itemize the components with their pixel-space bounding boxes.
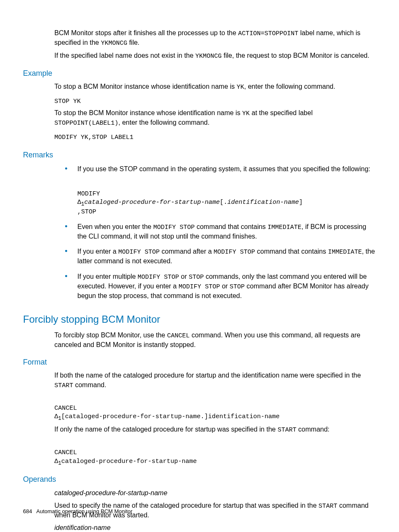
page-footer: 684 Automatic operation using BCM Monito… (23, 508, 133, 515)
format-p2: If only the name of the cataloged proced… (54, 425, 376, 434)
format-code-1: CANCEL Δ1[cataloged-procedure-for-startu… (54, 396, 376, 422)
intro-paragraph-2: If the specified label name does not exi… (54, 51, 376, 61)
format-heading: Format (23, 357, 376, 368)
example-p1: To stop a BCM Monitor instance whose ide… (54, 82, 376, 92)
forcibly-p1: To forcibly stop BCM Monitor, use the CA… (54, 331, 376, 350)
example-code-1: STOP YK (54, 98, 376, 106)
remarks-list: If you use the STOP command in the opera… (65, 164, 376, 301)
remarks-item-1: If you use the STOP command in the opera… (65, 164, 376, 216)
example-code-2: MODIFY YK,STOP LABEL1 (54, 134, 376, 142)
remarks-item-2: Even when you enter the MODIFY STOP comm… (65, 222, 376, 241)
operands-heading: Operands (23, 474, 376, 485)
format-code-2: CANCEL Δ1cataloged-procedure-for-startup… (54, 440, 376, 467)
example-heading: Example (23, 68, 376, 79)
forcibly-heading: Forcibly stopping BCM Monitor (23, 312, 376, 326)
remarks-heading: Remarks (23, 150, 376, 160)
format-p1: If both the name of the cataloged proced… (54, 371, 376, 390)
remarks-item-4: If you enter multiple MODIFY STOP or STO… (65, 272, 376, 301)
operand-term-2: identification-name (54, 523, 376, 532)
intro-paragraph-1: BCM Monitor stops after it finishes all … (54, 28, 376, 48)
remarks-item-3: If you enter a MODIFY STOP command after… (65, 247, 376, 266)
example-p2: To stop the BCM Monitor instance whose i… (54, 108, 376, 128)
remarks-code-1: MODIFY Δ1cataloged-procedure-for-startup… (77, 181, 376, 216)
operand-term-1: cataloged-procedure-for-startup-name (54, 488, 376, 498)
